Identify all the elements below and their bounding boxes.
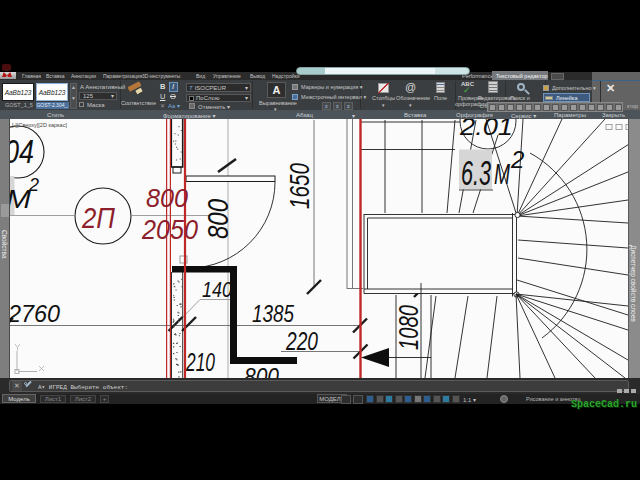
svg-text:800: 800 (244, 364, 279, 378)
svg-text:04: 04 (10, 133, 34, 170)
svg-text:2050: 2050 (141, 215, 198, 245)
svg-text:140: 140 (202, 277, 233, 302)
svg-text:800: 800 (146, 184, 188, 212)
svg-text:6.3: 6.3 (461, 153, 491, 192)
svg-text:210: 210 (185, 348, 215, 376)
svg-text:2: 2 (510, 146, 524, 173)
svg-text:220: 220 (285, 327, 318, 355)
svg-text:1650: 1650 (284, 163, 315, 209)
svg-text:М: М (494, 158, 511, 190)
svg-text:1385: 1385 (252, 301, 294, 327)
svg-text:2П: 2П (81, 202, 116, 234)
svg-text:800: 800 (202, 199, 234, 239)
svg-text:2.01: 2.01 (459, 119, 513, 140)
svg-text:2760: 2760 (10, 301, 60, 327)
svg-text:2: 2 (28, 175, 39, 195)
svg-text:1080: 1080 (393, 305, 424, 350)
